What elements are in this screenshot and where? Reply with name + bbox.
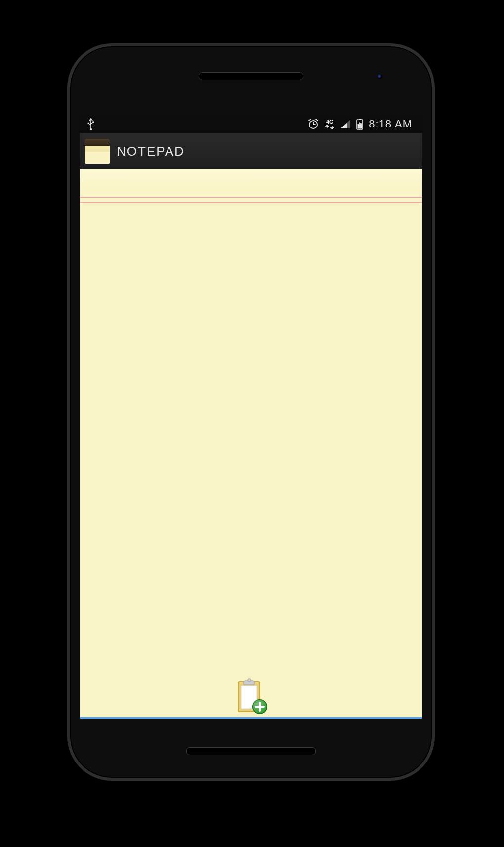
front-camera (378, 74, 382, 79)
add-note-button[interactable] (231, 678, 271, 716)
svg-rect-2 (92, 121, 94, 123)
signal-icon (340, 119, 351, 129)
svg-point-3 (90, 128, 92, 130)
svg-line-7 (309, 119, 311, 121)
plus-badge-icon (253, 700, 267, 714)
home-bar (186, 747, 316, 755)
action-bar: NOTEPAD (80, 133, 422, 169)
svg-rect-14 (359, 119, 361, 120)
battery-charging-icon (356, 118, 364, 130)
status-bar: 4G (80, 115, 422, 133)
svg-rect-19 (248, 679, 251, 682)
speaker-grille (199, 72, 303, 80)
bottom-divider (80, 717, 422, 719)
screen: 4G (80, 115, 422, 719)
network-4g-icon: 4G (324, 119, 335, 129)
alarm-icon (307, 118, 319, 130)
app-title: NOTEPAD (117, 144, 185, 159)
notepad-canvas[interactable] (80, 169, 422, 719)
status-clock: 8:18 AM (369, 118, 412, 130)
phone-frame: 4G (67, 43, 435, 781)
usb-icon (87, 117, 95, 131)
svg-point-1 (87, 122, 89, 124)
notepad-app-icon (85, 139, 110, 164)
svg-line-8 (316, 119, 318, 121)
